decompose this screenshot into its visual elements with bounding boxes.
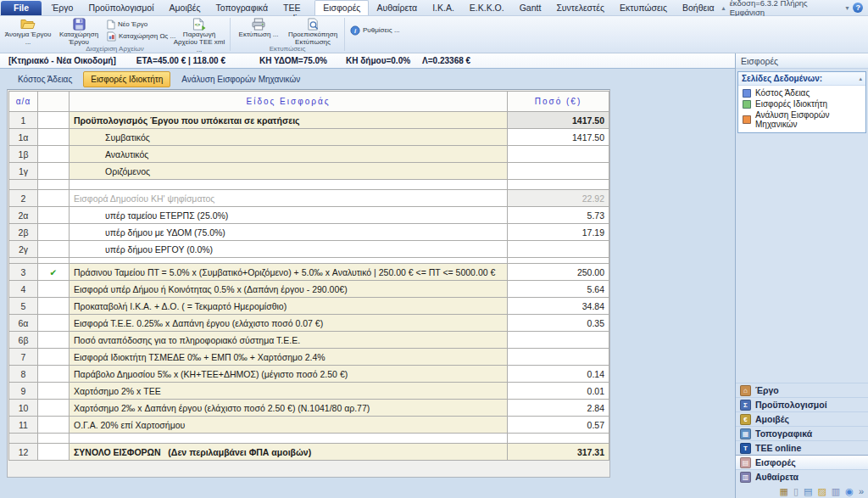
table-row[interactable]: 10 Χαρτόσημο 2‰ x Δαπάνη έργου (ελάχιστο… — [9, 400, 609, 417]
data-page-item[interactable]: Εισφορές Ιδιοκτήτη — [738, 98, 865, 109]
table-row[interactable]: 6α Εισφορά Τ.Ε.Ε. 0.25‰ x Δαπάνη έργου (… — [9, 315, 609, 332]
print-preview-button[interactable]: Προεπισκόπηση Εκτύπωσης — [284, 17, 342, 43]
table-row[interactable]: 11 Ο.Γ.Α. 20% επί Χαρτοσήμου 0.57 — [9, 417, 609, 434]
row-amount[interactable]: 250.00 — [508, 264, 609, 281]
row-description[interactable] — [70, 180, 508, 190]
row-amount[interactable]: 0.14 — [508, 366, 609, 383]
row-amount[interactable] — [508, 434, 609, 444]
save-as-button[interactable]: Καταχώρηση Ως ... — [104, 31, 170, 42]
row-amount[interactable]: 17.19 — [508, 224, 609, 241]
ribbon-tab[interactable]: Εκτυπώσεις — [612, 0, 675, 15]
module-nav-item[interactable]: Τ TEE online — [736, 440, 868, 455]
collapse-icon[interactable]: ▴ — [859, 76, 862, 82]
chevron-down-icon[interactable]: ▾ — [845, 4, 849, 12]
row-amount[interactable] — [508, 332, 609, 349]
table-row[interactable]: 12 ΣΥΝΟΛΟ ΕΙΣΦΟΡΩΝ (Δεν περιλαμβάνει ΦΠΑ… — [9, 444, 609, 461]
data-pages-header[interactable]: Σελίδες Δεδομένων: ▴ — [738, 72, 865, 86]
help-icon[interactable]: ? — [853, 3, 863, 13]
row-description[interactable]: Παράβολο Δημοσίου 5‰ x (ΚΗ+ΤΕΕ+ΔΗΜΟΣ) (μ… — [70, 366, 508, 383]
table-row[interactable] — [9, 434, 609, 444]
row-amount[interactable]: 2.84 — [508, 400, 609, 417]
ribbon-tab[interactable]: Gantt — [512, 0, 549, 15]
window-icon[interactable]: ▤ — [804, 487, 812, 496]
ribbon-tab[interactable]: Ι.Κ.Α. — [425, 0, 462, 15]
help-globe-icon[interactable]: ◉ — [845, 487, 854, 496]
module-nav-item[interactable]: ▦ Τοπογραφικά — [736, 426, 868, 440]
row-description[interactable]: Αναλυτικός — [70, 146, 508, 163]
row-amount[interactable]: 1417.50 — [508, 112, 609, 129]
document-icon[interactable]: ▯ — [793, 487, 798, 496]
row-amount[interactable]: 5.64 — [508, 281, 609, 298]
table-row[interactable] — [9, 258, 609, 264]
table-row[interactable]: 1γ Οριζόμενος — [9, 163, 609, 180]
row-description[interactable]: ΣΥΝΟΛΟ ΕΙΣΦΟΡΩΝ (Δεν περιλαμβάνει ΦΠΑ αμ… — [70, 444, 508, 461]
row-description[interactable]: Εισφορά Δημοσίου ΚΗ' ψηφίσματος — [70, 190, 508, 207]
row-description[interactable] — [70, 258, 508, 264]
table-row[interactable]: 8 Παράβολο Δημοσίου 5‰ x (ΚΗ+ΤΕΕ+ΔΗΜΟΣ) … — [9, 366, 609, 383]
save-project-button[interactable]: Καταχώρηση Έργου — [53, 17, 104, 43]
row-amount[interactable] — [508, 163, 609, 180]
table-row[interactable]: 2β υπέρ δήμου με ΥΔΟΜ (75.0%) 17.19 — [9, 224, 609, 241]
row-amount[interactable]: 0.35 — [508, 315, 609, 332]
module-nav-item[interactable]: Σ Προϋπολογισμοί — [736, 397, 868, 411]
page-tab[interactable]: Εισφορές Ιδιοκτήτη — [83, 71, 170, 87]
page-tab[interactable]: Ανάλυση Εισφορών Μηχανικών — [174, 71, 308, 87]
data-page-item[interactable]: Κόστος Άδειας — [738, 87, 865, 98]
row-amount[interactable]: 34.84 — [508, 298, 609, 315]
row-amount[interactable] — [508, 146, 609, 163]
new-project-button[interactable]: Νέο Έργο — [104, 19, 170, 30]
module-nav-item[interactable]: ▥ Αυθαίρετα — [736, 469, 868, 484]
print-button[interactable]: Εκτύπωση ... — [233, 17, 284, 43]
projects-icon[interactable]: ▦ — [780, 487, 788, 496]
open-project-button[interactable]: Άνοιγμα Έργου ... — [3, 17, 53, 43]
table-row[interactable]: 6β Ποσό ανταπόδοσης για το πληροφοριακό … — [9, 332, 609, 349]
settings-button[interactable]: i Ρυθμίσεις ... — [348, 25, 402, 36]
ribbon-tab[interactable]: Τοπογραφικά — [209, 0, 276, 15]
row-description[interactable]: Ποσό ανταπόδοσης για το πληροφοριακό σύσ… — [70, 332, 508, 349]
overflow-chevron-icon[interactable]: » — [859, 487, 864, 496]
table-row[interactable]: 1α Συμβατικός 1417.50 — [9, 129, 609, 146]
ribbon-tab[interactable]: Αμοιβές — [161, 0, 208, 15]
row-amount[interactable] — [508, 241, 609, 258]
ribbon-tab[interactable]: Έργο — [44, 0, 81, 15]
table-row[interactable]: 2γ υπέρ δήμου ΕΡΓΟΥ (0.0%) — [9, 241, 609, 258]
ribbon-tab[interactable]: Συντελεστές — [548, 0, 612, 15]
table-row[interactable]: 2α υπέρ ταμείου ΕΤΕΡΠΣ (25.0%) 5.73 — [9, 207, 609, 224]
book-icon[interactable]: ▥ — [832, 487, 840, 496]
data-page-item[interactable]: Ανάλυση Εισφορών Μηχανικών — [738, 109, 865, 130]
ribbon-tab[interactable]: Βοήθεια — [675, 0, 722, 15]
table-row[interactable]: 5 Προκαταβολή Ι.Κ.Α. + Δ.Ο. ( = Τεκμαρτό… — [9, 298, 609, 315]
folder-icon[interactable]: ▨ — [817, 487, 826, 496]
row-amount[interactable]: 22.92 — [508, 190, 609, 207]
row-description[interactable]: Ο.Γ.Α. 20% επί Χαρτοσήμου — [70, 417, 508, 434]
module-nav-item[interactable]: € Αμοιβές — [736, 411, 868, 426]
generate-tee-xml-button[interactable]: <> Παραγωγή Αρχείου ΤΕΕ xml ... — [171, 17, 227, 43]
ribbon-tab[interactable]: TEE online — [275, 0, 314, 15]
module-nav-item[interactable]: ▤ Εισφορές — [736, 455, 868, 469]
row-description[interactable]: υπέρ δήμου ΕΡΓΟΥ (0.0%) — [70, 241, 508, 258]
table-row[interactable] — [9, 180, 609, 190]
ribbon-tab[interactable]: Αυθαίρετα — [369, 0, 425, 15]
ribbon-tab[interactable]: Ε.Κ.Κ.Ο. — [462, 0, 512, 15]
row-description[interactable]: Εισφορά Ιδιοκτήτη ΤΣΜΕΔΕ 0‰ + ΕΜΠ 0‰ + Χ… — [70, 349, 508, 366]
row-amount[interactable]: 317.31 — [508, 444, 609, 461]
file-tab[interactable]: File — [1, 1, 42, 15]
ribbon-tab[interactable]: Εισφορές — [314, 0, 369, 15]
row-amount[interactable] — [508, 180, 609, 190]
minimize-ribbon-icon[interactable]: ▴ — [722, 4, 726, 12]
row-amount[interactable]: 5.73 — [508, 207, 609, 224]
row-description[interactable]: υπέρ δήμου με ΥΔΟΜ (75.0%) — [70, 224, 508, 241]
row-description[interactable]: Οριζόμενος — [70, 163, 508, 180]
row-amount[interactable] — [508, 258, 609, 264]
row-description[interactable]: Προκαταβολή Ι.Κ.Α. + Δ.Ο. ( = Τεκμαρτό Η… — [70, 298, 508, 315]
table-row[interactable]: 1β Αναλυτικός — [9, 146, 609, 163]
table-row[interactable]: 3 ✔ Πράσινου Ταμείου ΠΤ = 5.0% x (Συμβατ… — [9, 264, 609, 281]
row-description[interactable]: Χαρτόσημο 2% x ΤΕΕ — [70, 383, 508, 400]
table-row[interactable]: 7 Εισφορά Ιδιοκτήτη ΤΣΜΕΔΕ 0‰ + ΕΜΠ 0‰ +… — [9, 349, 609, 366]
row-amount[interactable]: 0.57 — [508, 417, 609, 434]
table-row[interactable]: 1 Προϋπολογισμός Έργου που υπόκειται σε … — [9, 112, 609, 129]
row-description[interactable]: Εισφορά υπέρ Δήμου ή Κοινότητας 0.5% x (… — [70, 281, 508, 298]
row-description[interactable]: Πράσινου Ταμείου ΠΤ = 5.0% x (Συμβατικό+… — [70, 264, 508, 281]
row-description[interactable]: Εισφορά Τ.Ε.Ε. 0.25‰ x Δαπάνη έργου (ελά… — [70, 315, 508, 332]
module-nav-item[interactable]: ⌂ Έργο — [736, 383, 868, 397]
